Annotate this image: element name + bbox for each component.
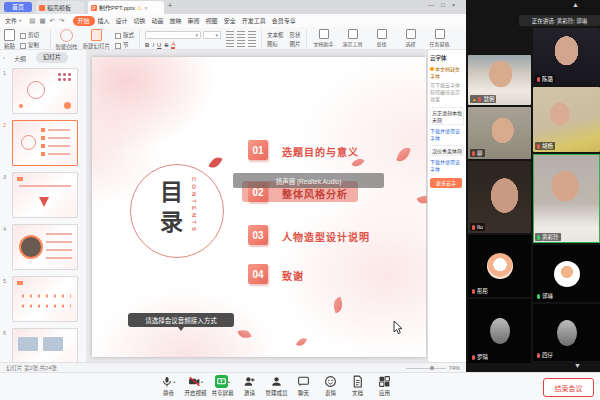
video-tile-camera-off[interactable]: 罗晴 bbox=[468, 299, 531, 363]
menu-review[interactable]: 审阅 bbox=[185, 16, 203, 25]
close-icon[interactable]: × bbox=[452, 2, 456, 8]
video-tile[interactable]: ▲慧俐 bbox=[468, 55, 531, 105]
new-slide-button[interactable]: 新建幻灯片 bbox=[83, 29, 111, 50]
video-tile[interactable]: 胡杨 bbox=[533, 87, 600, 152]
mic-muted-icon bbox=[537, 144, 540, 149]
document-icon bbox=[351, 375, 364, 388]
invite-button[interactable]: 邀请 bbox=[237, 375, 262, 397]
window-controls: — □ × bbox=[428, 2, 455, 8]
align-right-icon[interactable] bbox=[248, 40, 256, 47]
menu-devtools[interactable]: 开发工具 bbox=[239, 16, 269, 25]
paste-button[interactable]: 粘贴 bbox=[4, 29, 15, 50]
video-options-caret[interactable]: ▴ bbox=[201, 379, 203, 384]
download-font-link[interactable]: 下载并使用该字体 bbox=[430, 127, 464, 141]
new-tab-button[interactable]: + bbox=[168, 2, 172, 9]
copy-button[interactable]: 复制 bbox=[20, 41, 45, 49]
share-options-caret[interactable]: ▴ bbox=[228, 379, 230, 384]
tab-docer[interactable]: 稻壳模板 bbox=[36, 1, 84, 14]
collapse-panel-icon[interactable]: ‹ bbox=[3, 54, 5, 60]
video-tile-camera-off[interactable]: 彤彤 bbox=[468, 235, 531, 297]
tab-document[interactable]: P 制作PPT.pptx ⚠ × bbox=[88, 1, 164, 14]
menu-start[interactable]: 开始 bbox=[73, 16, 95, 26]
save-icon[interactable]: ▤ bbox=[29, 17, 35, 25]
ai-create-button[interactable]: 智能创作 bbox=[56, 29, 78, 51]
slide-thumbnail-1[interactable] bbox=[12, 68, 78, 114]
thumb-decor bbox=[43, 337, 63, 351]
more-cloud-fonts-button[interactable]: 更多云字体 bbox=[430, 178, 462, 188]
tab-slides[interactable]: 幻灯片 bbox=[36, 52, 68, 63]
video-tile-camera-off[interactable]: 四仔 bbox=[533, 304, 600, 361]
slide-thumbnail-2-selected[interactable] bbox=[12, 120, 78, 166]
font-family-select[interactable]: ▾ bbox=[145, 31, 201, 39]
emoji-button[interactable]: 表情 bbox=[318, 375, 343, 397]
menu-insert[interactable]: 插入 bbox=[95, 16, 113, 25]
collapse-panel-icon[interactable]: ▲ bbox=[572, 1, 579, 8]
present-tools-icon bbox=[348, 29, 358, 39]
menu-transition[interactable]: 切换 bbox=[131, 16, 149, 25]
video-tile-active-speaker[interactable]: 黄彩玲 bbox=[533, 154, 600, 243]
slide-thumbnail-3[interactable] bbox=[12, 172, 78, 218]
chat-button[interactable]: 聊天 bbox=[291, 375, 316, 397]
menu-animation[interactable]: 动画 bbox=[149, 16, 167, 25]
menu-security[interactable]: 安全 bbox=[221, 16, 239, 25]
present-tools-button[interactable]: 演示工具 bbox=[341, 29, 365, 47]
italic-button[interactable]: I bbox=[152, 42, 154, 48]
slide-thumbnail-6[interactable] bbox=[12, 328, 78, 362]
font-size-select[interactable]: ▾ bbox=[203, 31, 221, 39]
video-tile[interactable]: 柳 bbox=[468, 107, 531, 159]
underline-button[interactable]: U bbox=[157, 42, 161, 48]
docs-button[interactable]: 文档 bbox=[345, 375, 370, 397]
minimize-icon[interactable]: — bbox=[428, 2, 434, 8]
end-meeting-button[interactable]: 结束会议 bbox=[543, 378, 594, 397]
find-button[interactable]: 查找 bbox=[370, 29, 394, 47]
bullet-list-icon[interactable] bbox=[226, 31, 234, 38]
thumb-decor bbox=[46, 233, 72, 261]
mic-options-caret[interactable]: ▴ bbox=[173, 379, 175, 384]
menu-view[interactable]: 视图 bbox=[203, 16, 221, 25]
close-tab-icon[interactable]: × bbox=[144, 5, 148, 11]
layout-button[interactable]: 版式 bbox=[115, 31, 134, 39]
font-color-button[interactable]: A bbox=[171, 41, 175, 49]
scroll-more-icon[interactable]: ▼ bbox=[574, 362, 581, 369]
align-left-icon[interactable] bbox=[226, 40, 234, 47]
video-tile[interactable]: 陈璐 bbox=[533, 28, 600, 85]
print-icon[interactable]: ▦ bbox=[39, 17, 45, 25]
slide-thumbnail-4[interactable] bbox=[12, 224, 78, 270]
select-button[interactable]: 选择 bbox=[399, 29, 423, 47]
tab-home[interactable]: 首页 bbox=[4, 2, 32, 12]
icon-lib-button[interactable]: 图标 bbox=[267, 40, 284, 48]
image-button[interactable]: 图片 bbox=[290, 40, 301, 48]
align-center-icon[interactable] bbox=[237, 40, 245, 47]
number-list-icon[interactable] bbox=[237, 31, 245, 38]
download-font-link[interactable]: 下载并使用该字体 bbox=[430, 158, 464, 172]
manage-members-button[interactable]: 管理成员 bbox=[264, 375, 289, 397]
share-screen-button[interactable]: ▴ 共享屏幕 bbox=[210, 375, 235, 397]
section-button[interactable]: 节 bbox=[115, 41, 134, 49]
slide-thumbnail-5[interactable] bbox=[12, 276, 78, 322]
video-tile[interactable]: Ilu bbox=[468, 161, 531, 233]
redo-icon[interactable]: ↷ bbox=[59, 17, 64, 25]
video-tile-camera-off[interactable]: 郭琳 bbox=[533, 245, 600, 302]
indent-icon[interactable] bbox=[248, 31, 256, 38]
maximize-icon[interactable]: □ bbox=[441, 2, 445, 8]
mute-button[interactable]: ▴ 静音 bbox=[156, 375, 181, 397]
task-pane-button[interactable]: 任务窗格 bbox=[428, 29, 452, 47]
start-video-button[interactable]: ▴ 开启视频 bbox=[183, 375, 208, 397]
audio-device-toast: 扬声器 (Realtek Audio) bbox=[233, 173, 384, 188]
cut-button[interactable]: 剪切 bbox=[20, 31, 45, 39]
undo-icon[interactable]: ↶ bbox=[50, 17, 55, 25]
bold-button[interactable]: B bbox=[145, 42, 149, 48]
doc-helper-button[interactable]: 文档助手 bbox=[312, 29, 336, 47]
textbox-button[interactable]: 文本框 bbox=[267, 31, 284, 39]
apps-button[interactable]: 应用 bbox=[372, 375, 397, 397]
slide[interactable]: 目 录 CONTENTS 01 选题目的与意义 02 整体风格分析 03 人物造… bbox=[92, 57, 426, 357]
file-menu[interactable]: 文件 ▾ bbox=[5, 16, 21, 25]
menu-slideshow[interactable]: 放映 bbox=[167, 16, 185, 25]
strikethrough-button[interactable]: S bbox=[164, 42, 168, 48]
zoom-slider[interactable] bbox=[406, 368, 446, 369]
tab-outline[interactable]: 大纲 bbox=[14, 54, 26, 63]
menu-design[interactable]: 设计 bbox=[113, 16, 131, 25]
toc-title-char: 目 bbox=[160, 173, 183, 207]
shape-button[interactable]: 形状 bbox=[290, 31, 301, 39]
menu-member[interactable]: 会员专享 bbox=[269, 16, 299, 25]
